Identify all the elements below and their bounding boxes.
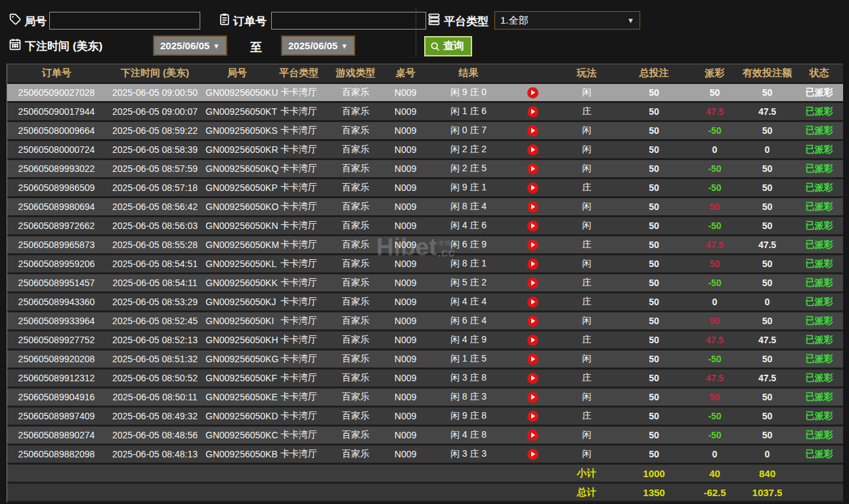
play-icon[interactable] (527, 373, 538, 384)
platform-cell: 卡卡湾厅 (270, 84, 328, 103)
table-row[interactable]: 250605089980694 2025-06-05 08:56:42 GN00… (7, 198, 843, 217)
date-to-select[interactable]: 2025/06/05 ▼ (281, 35, 355, 56)
table-row[interactable]: 250605089943360 2025-06-05 08:53:29 GN00… (7, 293, 843, 312)
play-icon[interactable] (527, 220, 538, 232)
play-icon[interactable] (527, 106, 538, 117)
order-number-cell: 250605089965873 (7, 236, 106, 255)
platform-select[interactable]: 1.全部 ▼ (494, 11, 640, 30)
result-cell: 闲 9 庄 0 (427, 84, 510, 103)
result-cell: 闲 5 庄 2 (427, 274, 510, 293)
table-row[interactable]: 250605089986509 2025-06-05 08:57:18 GN00… (7, 179, 843, 198)
status-cell: 已派彩 (795, 255, 843, 274)
platform-cell: 卡卡湾厅 (270, 446, 328, 465)
payout-cell: 47.5 (690, 331, 739, 350)
platform-cell: 卡卡湾厅 (270, 122, 328, 141)
subtotal-label: 小计 (555, 465, 618, 484)
status-cell: 已派彩 (795, 84, 843, 103)
order-no-input[interactable] (271, 12, 426, 30)
play-icon[interactable] (527, 201, 538, 213)
game-number-cell: GN009256050KE (204, 388, 270, 408)
play-type-cell: 闲 (555, 217, 618, 236)
total-bet-cell: 50 (618, 84, 690, 103)
table-row[interactable]: 250605089897409 2025-06-05 08:49:32 GN00… (7, 408, 843, 427)
calendar-icon (9, 37, 22, 51)
play-icon[interactable] (527, 125, 538, 136)
status-cell: 已派彩 (795, 350, 843, 369)
table-row[interactable]: 250605089912312 2025-06-05 08:50:52 GN00… (7, 369, 843, 388)
subtotal-valid: 840 (739, 465, 795, 484)
play-icon[interactable] (527, 240, 538, 251)
table-row[interactable]: 250605080000724 2025-06-05 08:58:39 GN00… (7, 141, 843, 160)
search-button[interactable]: 查询 (424, 36, 472, 56)
valid-bet-cell: 47.5 (739, 236, 795, 255)
chevron-down-icon: ▼ (341, 42, 348, 50)
play-icon[interactable] (527, 430, 538, 441)
game-number-cell: GN009256050KS (204, 122, 270, 141)
game-number-cell: GN009256050KK (204, 274, 270, 293)
play-icon[interactable] (527, 335, 538, 346)
play-icon[interactable] (527, 392, 538, 403)
replay-cell (510, 236, 555, 255)
table-row[interactable]: 250605089972662 2025-06-05 08:56:03 GN00… (7, 217, 843, 236)
play-icon[interactable] (527, 144, 538, 156)
result-cell: 闲 3 庄 3 (427, 446, 510, 465)
table-row[interactable]: 250605089959206 2025-06-05 08:54:51 GN00… (7, 255, 843, 274)
play-icon[interactable] (527, 182, 538, 194)
game-type-cell: 百家乐 (328, 84, 383, 103)
valid-bet-cell: 50 (739, 408, 795, 427)
game-number-cell: GN009256050KG (204, 350, 270, 369)
table-row[interactable]: 250605090027028 2025-06-05 09:00:50 GN00… (7, 84, 843, 103)
subtotal-row: 小计 1000 40 840 (7, 465, 843, 484)
clipboard-icon (218, 12, 231, 26)
play-type-cell: 闲 (555, 427, 618, 446)
replay-cell (510, 331, 555, 350)
play-icon[interactable] (527, 163, 538, 175)
table-row[interactable]: 250605090017944 2025-06-05 09:00:07 GN00… (7, 103, 843, 122)
play-icon[interactable] (527, 354, 538, 365)
table-row[interactable]: 250605089951457 2025-06-05 08:54:11 GN00… (7, 274, 843, 293)
play-icon[interactable] (527, 87, 538, 98)
order-number-cell: 250605089933964 (7, 312, 106, 331)
replay-cell (510, 84, 555, 103)
table-row[interactable]: 250605089933964 2025-06-05 08:52:45 GN00… (7, 312, 843, 331)
order-number-cell: 250605090027028 (7, 84, 106, 103)
play-icon[interactable] (527, 449, 538, 460)
table-row[interactable]: 250605089993022 2025-06-05 08:57:59 GN00… (7, 160, 843, 179)
date-from-select[interactable]: 2025/06/05 ▼ (153, 35, 227, 56)
table-row[interactable]: 250605089882098 2025-06-05 08:48:13 GN00… (7, 446, 843, 465)
status-cell: 已派彩 (795, 312, 843, 331)
bet-records-table: 订单号 下注时间 (美东) 局号 平台类型 游戏类型 桌号 结果 玩法 总投注 … (7, 64, 842, 503)
platform-cell: 卡卡湾厅 (270, 198, 328, 217)
table-number-cell: N009 (383, 274, 427, 293)
game-type-cell: 百家乐 (328, 141, 383, 160)
play-icon[interactable] (527, 259, 538, 270)
play-icon[interactable] (527, 411, 538, 422)
game-number-cell: GN009256050KF (204, 369, 270, 388)
table-row[interactable]: 250605089920208 2025-06-05 08:51:32 GN00… (7, 350, 843, 369)
game-no-input[interactable] (49, 12, 200, 30)
play-icon[interactable] (527, 316, 538, 327)
table-row[interactable]: 250605089890274 2025-06-05 08:48:56 GN00… (7, 427, 843, 446)
game-no-label: 局号 (24, 14, 47, 29)
tag-icon (9, 12, 22, 26)
play-icon[interactable] (527, 297, 538, 308)
table-row[interactable]: 250605089904916 2025-06-05 08:50:11 GN00… (7, 388, 843, 408)
order-number-cell: 250605089890274 (7, 427, 106, 446)
game-type-cell: 百家乐 (328, 179, 383, 198)
table-row[interactable]: 250605089927752 2025-06-05 08:52:13 GN00… (7, 331, 843, 350)
play-icon[interactable] (527, 278, 538, 289)
table-row[interactable]: 250605089965873 2025-06-05 08:55:28 GN00… (7, 236, 843, 255)
replay-cell (510, 312, 555, 331)
replay-cell (510, 179, 555, 198)
order-number-cell: 250605089972662 (7, 217, 106, 236)
table-number-cell: N009 (383, 350, 427, 369)
game-type-cell: 百家乐 (328, 369, 383, 388)
order-number-cell: 250605089882098 (7, 446, 106, 465)
col-valid: 有效投注额 (739, 64, 795, 84)
order-number-cell: 250605080000724 (7, 141, 106, 160)
table-row[interactable]: 250605080009664 2025-06-05 08:59:22 GN00… (7, 122, 843, 141)
play-type-cell: 闲 (555, 388, 618, 408)
date-to-label: 至 (250, 39, 262, 55)
payout-cell: 0 (690, 293, 739, 312)
replay-cell (510, 217, 555, 236)
